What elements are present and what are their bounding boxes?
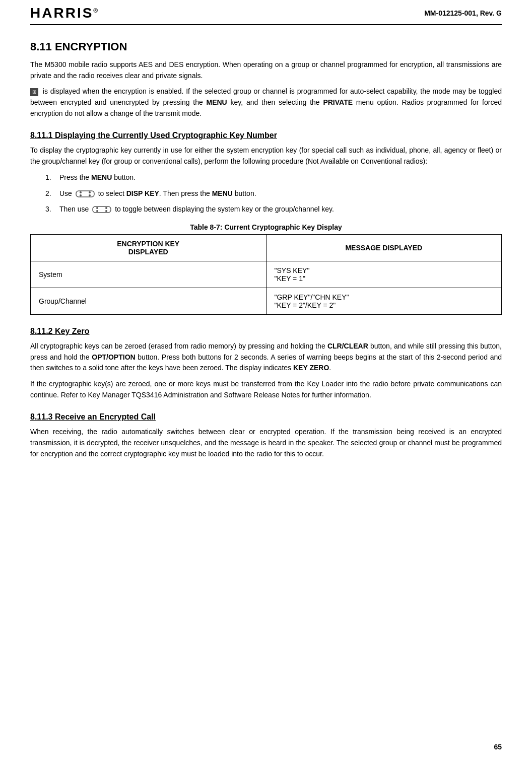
subsection-title-8113: 8.11.3 Receive an Encrypted Call [30, 412, 502, 422]
table-header-key: ENCRYPTION KEYDISPLAYED [31, 234, 267, 261]
svg-point-9 [105, 210, 107, 212]
intro-para-2: ⊞ is displayed when the encryption is en… [30, 86, 502, 119]
page-wrapper: HARRIS® MM-012125-001, Rev. G 8.11 ENCRY… [0, 0, 532, 761]
subsection-8112-para1: All cryptographic keys can be zeroed (er… [30, 341, 502, 374]
subsection-8111: 8.11.1 Displaying the Currently Used Cry… [30, 131, 502, 314]
svg-point-6 [96, 207, 98, 209]
encryption-icon: ⊞ [30, 88, 38, 96]
page-footer: 65 [494, 743, 502, 751]
page-header: HARRIS® MM-012125-001, Rev. G [30, 0, 502, 25]
table-cell-group-key: Group/Channel [31, 288, 267, 314]
subsection-title-8112: 8.11.2 Key Zero [30, 327, 502, 336]
crypto-table: ENCRYPTION KEYDISPLAYED MESSAGE DISPLAYE… [30, 234, 502, 315]
logo-text: HARRIS® [30, 5, 99, 21]
step-3: 3. Then use to toggle between displaying… [45, 204, 502, 215]
logo-area: HARRIS® [30, 5, 99, 21]
svg-point-3 [89, 191, 91, 193]
subsection-8111-intro: To display the cryptographic key current… [30, 145, 502, 167]
step-1: 1. Press the MENU button. [45, 172, 502, 183]
svg-point-4 [89, 194, 91, 196]
section-811: 8.11 ENCRYPTION The M5300 mobile radio s… [30, 40, 502, 459]
svg-point-1 [80, 191, 82, 193]
svg-rect-5 [93, 206, 111, 213]
subsection-8113: 8.11.3 Receive an Encrypted Call When re… [30, 412, 502, 459]
table-cell-system-msg: "SYS KEY""KEY = 1" [266, 261, 502, 288]
subsection-8113-para: When receiving, the radio automatically … [30, 427, 502, 459]
svg-point-7 [96, 210, 98, 212]
svg-point-2 [80, 194, 82, 196]
table-row-system: System "SYS KEY""KEY = 1" [31, 261, 502, 288]
doc-number: MM-012125-001, Rev. G [424, 9, 502, 17]
table-header-msg: MESSAGE DISPLAYED [266, 234, 502, 261]
registered-symbol: ® [93, 7, 99, 14]
rocker-icon-step3 [92, 204, 111, 215]
intro-para-1: The M5300 mobile radio supports AES and … [30, 59, 502, 81]
subsection-8112: 8.11.2 Key Zero All cryptographic keys c… [30, 327, 502, 400]
rocker-icon-step2 [76, 189, 95, 199]
subsection-title-8111: 8.11.1 Displaying the Currently Used Cry… [30, 131, 502, 140]
table-row-group: Group/Channel "GRP KEY"/"CHN KEY""KEY = … [31, 288, 502, 314]
svg-rect-0 [76, 191, 94, 197]
table-cell-system-key: System [31, 261, 267, 288]
steps-list: 1. Press the MENU button. 2. Use [45, 172, 502, 215]
table-caption: Table 8-7: Current Cryptographic Key Dis… [30, 223, 502, 231]
step-2: 2. Use to select DISP KEY. Then press th… [45, 188, 502, 199]
svg-point-8 [105, 207, 107, 209]
subsection-8112-para2: If the cryptographic key(s) are zeroed, … [30, 379, 502, 400]
section-title-811: 8.11 ENCRYPTION [30, 40, 502, 53]
table-cell-group-msg: "GRP KEY"/"CHN KEY""KEY = 2"/KEY = 2" [266, 288, 502, 314]
